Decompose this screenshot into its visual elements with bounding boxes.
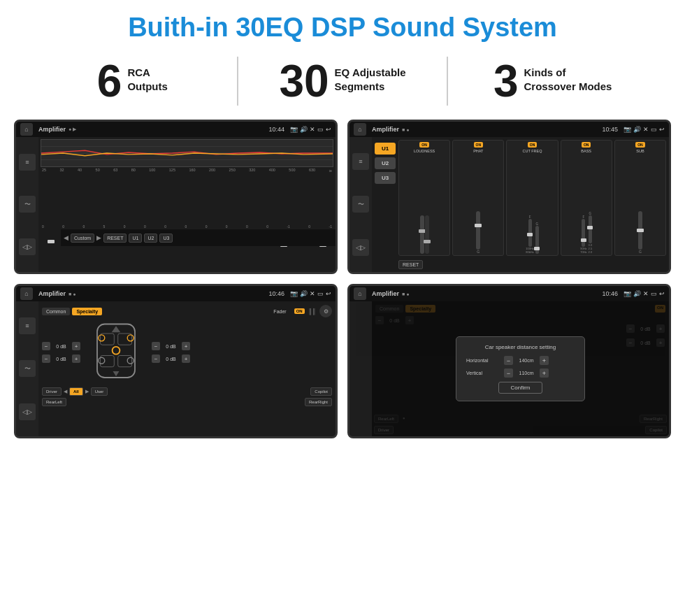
eq-u2[interactable]: U2 bbox=[144, 234, 157, 243]
amp2-time: 10:45 bbox=[602, 126, 618, 133]
amp2-nav-1[interactable]: ≡ bbox=[352, 153, 369, 170]
screens-grid: ⌂ Amplifier ● ▶ 10:44 📷🔊✕▭↩ ≡ 〜 ◁▷ bbox=[0, 115, 685, 445]
sub-on[interactable]: ON bbox=[635, 142, 645, 148]
vol-fr-value: 0 dB bbox=[162, 344, 180, 349]
vertical-value: 110cm bbox=[516, 371, 537, 375]
amp2-preset-u2[interactable]: U2 bbox=[375, 157, 396, 169]
vol-fr-minus[interactable]: − bbox=[152, 342, 160, 350]
vol-rr-minus[interactable]: − bbox=[152, 354, 160, 363]
vol-fr: − 0 dB + bbox=[152, 342, 190, 350]
horizontal-value: 140cm bbox=[516, 358, 537, 363]
cross-home-icon[interactable]: ⌂ bbox=[20, 287, 33, 300]
cutfreq-on[interactable]: ON bbox=[528, 142, 538, 148]
cross-nav-2[interactable]: 〜 bbox=[19, 360, 36, 377]
stat-crossover: 3 Kinds of Crossover Modes bbox=[462, 59, 643, 103]
settings-icon[interactable]: ⚙ bbox=[319, 305, 332, 317]
tab-specialty[interactable]: Specialty bbox=[72, 308, 102, 315]
stat-eq-label: EQ Adjustable Segments bbox=[335, 59, 406, 93]
eq-nav-wave[interactable]: 〜 bbox=[19, 196, 36, 213]
eq-u3[interactable]: U3 bbox=[159, 234, 173, 243]
eq-sliders bbox=[41, 175, 333, 224]
eq-bottom-bar: ◀ Custom ▶ RESET U1 U2 U3 bbox=[61, 229, 336, 246]
stat-crossover-label: Kinds of Crossover Modes bbox=[524, 59, 612, 93]
stat-eq: 30 EQ Adjustable Segments bbox=[252, 59, 433, 103]
vertical-plus[interactable]: + bbox=[540, 368, 549, 378]
stat-crossover-number: 3 bbox=[493, 59, 519, 103]
vol-rr-plus[interactable]: + bbox=[182, 354, 190, 363]
ctrl-sub: ON SUB G bbox=[614, 140, 666, 256]
horizontal-plus[interactable]: + bbox=[540, 356, 549, 365]
eq-screen-wrapper: ⌂ Amplifier ● ▶ 10:44 📷🔊✕▭↩ ≡ 〜 ◁▷ bbox=[14, 120, 338, 274]
vol-rl-plus[interactable]: + bbox=[72, 354, 80, 363]
svg-marker-14 bbox=[113, 371, 120, 376]
vol-fr-plus[interactable]: + bbox=[182, 342, 190, 350]
dialog-confirm-area: Confirm bbox=[466, 382, 575, 394]
bass-on[interactable]: ON bbox=[582, 142, 591, 148]
vol-fl: − 0 dB + bbox=[42, 342, 80, 350]
fader-on[interactable]: ON bbox=[294, 308, 305, 314]
phat-on[interactable]: ON bbox=[474, 142, 484, 148]
vol-rl-value: 0 dB bbox=[52, 357, 70, 361]
btn-copilot[interactable]: Copilot bbox=[310, 387, 332, 396]
vertical-minus[interactable]: − bbox=[504, 368, 513, 378]
eq-nav-vol[interactable]: ◁▷ bbox=[19, 238, 36, 255]
eq-status-icons: 📷🔊✕▭↩ bbox=[290, 126, 331, 133]
cross-nav-3[interactable]: ◁▷ bbox=[19, 403, 36, 420]
btn-rearleft[interactable]: RearLeft bbox=[42, 398, 66, 406]
vol-rl: − 0 dB + bbox=[42, 354, 80, 363]
vol-fl-minus[interactable]: − bbox=[42, 342, 50, 350]
stat-rca-number: 6 bbox=[97, 59, 122, 103]
amp2-status-icons: 📷🔊✕▭↩ bbox=[623, 126, 665, 133]
amp2-screen-wrapper: ⌂ Amplifier ■ ● 10:45 📷🔊✕▭↩ ≡ 〜 ◁▷ bbox=[347, 120, 671, 274]
amp2-home-icon[interactable]: ⌂ bbox=[354, 123, 366, 136]
vol-rl-minus[interactable]: − bbox=[42, 354, 50, 363]
eq-title: Amplifier bbox=[38, 126, 66, 133]
eq-prev[interactable]: ◀ bbox=[64, 234, 68, 241]
dialog-screen-wrapper: ⌂ Amplifier ■ ● 10:46 📷🔊✕▭↩ Common Speci… bbox=[347, 284, 671, 438]
page-title: Buith-in 30EQ DSP Sound System bbox=[0, 0, 685, 50]
horizontal-label: Horizontal bbox=[466, 358, 501, 363]
btn-user[interactable]: User bbox=[91, 387, 108, 396]
amp2-nav-3[interactable]: ◁▷ bbox=[352, 239, 369, 256]
svg-point-9 bbox=[113, 347, 120, 354]
eq-preset-custom[interactable]: Custom bbox=[71, 234, 94, 243]
dialog-title-bar: Amplifier bbox=[372, 290, 399, 297]
horizontal-minus[interactable]: − bbox=[504, 356, 513, 365]
tab-common[interactable]: Common bbox=[42, 308, 70, 315]
vol-fl-plus[interactable]: + bbox=[72, 342, 80, 350]
amp2-preset-u3[interactable]: U3 bbox=[375, 172, 396, 184]
loudness-label: LOUDNESS bbox=[414, 149, 435, 153]
stat-rca: 6 RCA Outputs bbox=[42, 59, 223, 103]
amp2-preset-u1[interactable]: U1 bbox=[375, 143, 396, 155]
vol-fl-value: 0 dB bbox=[52, 344, 70, 349]
amp2-status-bar: ⌂ Amplifier ■ ● 10:45 📷🔊✕▭↩ bbox=[349, 122, 669, 137]
btn-driver[interactable]: Driver bbox=[42, 387, 62, 396]
eq-graph bbox=[41, 139, 333, 167]
btn-all[interactable]: All bbox=[69, 387, 83, 396]
stats-row: 6 RCA Outputs 30 EQ Adjustable Segments … bbox=[0, 50, 685, 115]
cross-nav-1[interactable]: ≡ bbox=[19, 317, 36, 334]
amp2-nav-2[interactable]: 〜 bbox=[352, 196, 369, 213]
eq-reset[interactable]: RESET bbox=[103, 234, 127, 243]
amp2-screen: ⌂ Amplifier ■ ● 10:45 📷🔊✕▭↩ ≡ 〜 ◁▷ bbox=[349, 122, 669, 272]
amp2-reset[interactable]: RESET bbox=[398, 260, 423, 269]
cross-screen: ⌂ Amplifier ■ ● 10:46 📷🔊✕▭↩ ≡ 〜 ◁▷ bbox=[16, 286, 336, 436]
ctrl-cutfreq: ON CUT FREQ F 100Hz 80k bbox=[506, 140, 558, 256]
svg-marker-4 bbox=[112, 326, 121, 332]
phat-label: PHAT bbox=[473, 149, 483, 153]
stat-rca-label: RCA Outputs bbox=[127, 59, 168, 93]
divider-1 bbox=[237, 57, 238, 106]
bass-label: BASS bbox=[581, 149, 591, 153]
dialog-box: Car speaker distance setting Horizontal … bbox=[456, 336, 585, 401]
eq-left-nav: ≡ 〜 ◁▷ bbox=[16, 137, 38, 272]
dialog-home-icon[interactable]: ⌂ bbox=[354, 287, 366, 300]
confirm-button[interactable]: Confirm bbox=[498, 382, 542, 394]
vertical-row: Vertical − 110cm + bbox=[466, 368, 575, 378]
eq-next[interactable]: ▶ bbox=[96, 234, 101, 241]
btn-rearright[interactable]: RearRight bbox=[305, 398, 332, 406]
loudness-on[interactable]: ON bbox=[419, 142, 429, 148]
eq-nav-eq[interactable]: ≡ bbox=[19, 154, 36, 171]
dialog-status-icons: 📷🔊✕▭↩ bbox=[623, 290, 665, 297]
home-icon[interactable]: ⌂ bbox=[20, 123, 33, 136]
eq-u1[interactable]: U1 bbox=[129, 234, 142, 243]
